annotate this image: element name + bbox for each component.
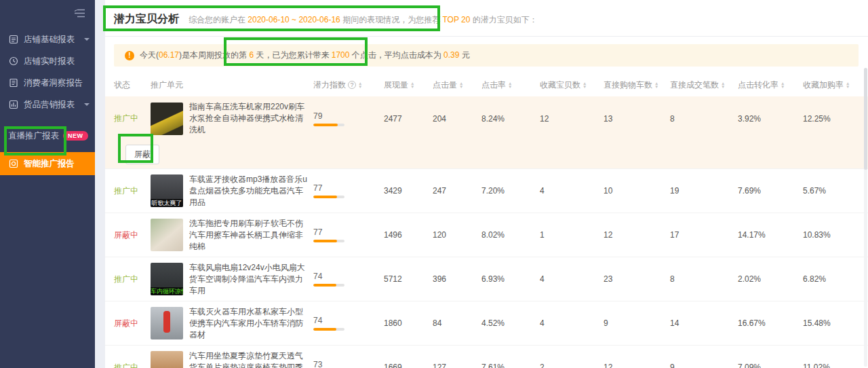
product-image[interactable]: 车内循环凉快 <box>151 263 183 295</box>
sidebar-item-label: 货品营销报表 <box>24 99 75 111</box>
column-header-carts[interactable]: 直接购物车数▲▼ <box>604 79 670 91</box>
cell-impressions: 3429 <box>384 186 433 196</box>
block-button[interactable]: 屏蔽 <box>125 145 159 164</box>
date-range: 2020-06-10 ~ 2020-06-16 <box>248 15 340 24</box>
sort-icon[interactable]: ▲▼ <box>846 81 850 88</box>
product-title[interactable]: 车载蓝牙接收器mp3播放器音乐u盘点烟器快充多功能充电器汽车用品 <box>189 174 310 208</box>
table-row: 屏蔽中 车载灭火器车用水基私家车小型便携车内汽车家用小车轿车消防器材 74 18… <box>105 301 868 346</box>
cell-orders: 8 <box>670 274 738 284</box>
sort-icon[interactable]: ▲▼ <box>358 81 362 88</box>
cell-impressions: 1860 <box>384 318 433 328</box>
cell-clicks: 204 <box>433 114 481 124</box>
product-image[interactable] <box>151 103 183 135</box>
column-header-orders[interactable]: 直接成交笔数▲▼ <box>670 79 738 91</box>
scrollbar-thumb[interactable] <box>864 68 867 170</box>
status-badge: 推广中 <box>114 113 138 123</box>
sort-icon[interactable]: ▲▼ <box>410 81 414 88</box>
cell-favorites: 4 <box>540 318 604 328</box>
sort-icon[interactable]: ▲▼ <box>721 81 725 88</box>
sort-icon[interactable]: ▲▼ <box>459 81 463 88</box>
table-row: 推广中 汽车用坐垫夏季凉垫竹夏天透气货车单片座垫凉席座椅车垫四季通用 73 16… <box>105 346 868 368</box>
clock-icon <box>9 56 18 66</box>
potential-index-value: 73 <box>313 360 384 368</box>
product-image[interactable]: 听歌太爽了 <box>151 174 183 207</box>
status-badge: 屏蔽中 <box>114 318 138 328</box>
new-badge: NEW <box>63 131 88 141</box>
sidebar-item-label: 店铺实时报表 <box>24 56 75 67</box>
potential-index-value: 74 <box>313 272 384 281</box>
column-header-potential-index[interactable]: 潜力指数▲▼ <box>313 79 384 91</box>
total-clicks: 1700 <box>332 50 350 60</box>
cell-fav-cart-rate: 5.67% <box>803 186 860 196</box>
cell-clicks: 84 <box>433 318 481 328</box>
help-icon[interactable] <box>348 81 356 89</box>
product-image[interactable] <box>151 219 183 251</box>
summary-notice-bar: ! 今天(06.17)是本周期投放的第 6 天，已为您累计带来 1700 个点击… <box>114 44 859 67</box>
chevron-down-icon <box>84 37 90 42</box>
potential-index-value: 79 <box>313 111 384 121</box>
sidebar-item-shop-realtime-report[interactable]: 店铺实时报表 <box>0 50 95 72</box>
cell-carts: 12 <box>604 363 670 368</box>
sidebar-item-goods-marketing-report[interactable]: 货品营销报表 <box>0 94 95 115</box>
column-header-unit: 推广单元 <box>151 79 313 91</box>
collapse-sidebar-icon[interactable] <box>0 0 95 23</box>
table-row: 推广中 车内循环凉快 车载风扇电扇12v24v小电风扇大货车空调制冷降温汽车车内… <box>105 257 868 301</box>
status-badge: 推广中 <box>114 274 138 284</box>
column-header-clicks[interactable]: 点击量▲▼ <box>433 79 481 91</box>
cell-impressions: 5712 <box>384 274 433 284</box>
status-badge: 推广中 <box>114 186 138 196</box>
potential-index-bar <box>313 240 344 242</box>
vertical-scrollbar[interactable] <box>864 68 867 367</box>
cell-cvr: 3.92% <box>738 114 803 124</box>
cell-cvr: 2.02% <box>738 274 803 284</box>
cell-carts: 13 <box>604 114 670 124</box>
product-image[interactable] <box>151 307 183 339</box>
cell-cvr: 7.09% <box>738 363 803 368</box>
column-header-fav-cart-rate[interactable]: 收藏加购率▲▼ <box>803 79 860 91</box>
cell-clicks: 120 <box>433 230 481 240</box>
sort-icon[interactable]: ▲▼ <box>654 81 658 88</box>
cell-ctr: 7.61% <box>481 363 540 368</box>
cell-carts: 23 <box>604 274 670 284</box>
table-header-row: 状态 推广单元 潜力指数▲▼ 展现量▲▼ 点击量▲▼ 点击率▲▼ 收藏宝贝数▲▼… <box>105 73 868 96</box>
table-row: 屏蔽中 洗车拖把专用刷车刷子软毛不伤汽车用擦车神器长柄工具伸缩非纯棉 77 14… <box>105 213 868 257</box>
cell-ctr: 8.24% <box>481 114 540 124</box>
page-description: 综合您的账户在 2020-06-10 ~ 2020-06-16 期间的表现情况，… <box>189 14 538 26</box>
desc-text: 的潜力宝贝如下： <box>470 15 537 24</box>
bar-chart-icon <box>9 100 18 109</box>
column-header-ctr[interactable]: 点击率▲▼ <box>481 79 540 91</box>
product-title[interactable]: 指南车高压洗车机家用220v刷车水泵抢全自动神器便携式水枪清洗机 <box>189 101 310 136</box>
sidebar-item-live-promotion-report[interactable]: 直播推广报表 NEW <box>0 125 95 147</box>
cell-clicks: 396 <box>433 274 481 284</box>
product-title[interactable]: 车载灭火器车用水基私家车小型便携车内汽车家用小车轿车消防器材 <box>189 306 310 341</box>
desc-text: 综合您的账户在 <box>189 15 248 24</box>
chevron-down-icon <box>84 102 90 107</box>
table-row: 推广中 指南车高压洗车机家用220v刷车水泵抢全自动神器便携式水枪清洗机 79 … <box>105 96 868 141</box>
potential-index-value: 74 <box>313 316 384 325</box>
sort-icon[interactable]: ▲▼ <box>508 81 512 88</box>
sort-icon[interactable]: ▲▼ <box>781 81 785 88</box>
cell-cvr: 14.17% <box>738 230 803 240</box>
main-panel: 潜力宝贝分析 综合您的账户在 2020-06-10 ~ 2020-06-16 期… <box>105 0 868 368</box>
product-title[interactable]: 车载风扇电扇12v24v小电风扇大货车空调制冷降温汽车车内强力车用 <box>189 262 310 297</box>
cell-carts: 10 <box>604 186 670 196</box>
cell-fav-cart-rate: 15.48% <box>803 318 860 328</box>
column-header-cvr[interactable]: 点击转化率▲▼ <box>738 79 803 91</box>
cell-favorites: 4 <box>540 274 604 284</box>
product-image[interactable] <box>151 351 183 368</box>
product-title[interactable]: 洗车拖把专用刷车刷子软毛不伤汽车用擦车神器长柄工具伸缩非纯棉 <box>189 218 310 253</box>
image-overlay-text: 车内循环凉快 <box>151 287 183 295</box>
cell-carts: 9 <box>604 318 670 328</box>
potential-index-bar <box>313 124 344 126</box>
sort-icon[interactable]: ▲▼ <box>583 81 587 88</box>
cell-fav-cart-rate: 10.83% <box>803 230 860 240</box>
sidebar-item-smart-promotion-report[interactable]: 智能推广报告 <box>0 152 95 175</box>
sidebar-item-shop-basic-report[interactable]: 店铺基础报表 <box>0 29 95 50</box>
desc-text: 期间的表现情况，为您推荐 <box>340 15 443 24</box>
sidebar-item-consumer-insight-report[interactable]: 消费者洞察报告 <box>0 72 95 94</box>
column-header-favorites[interactable]: 收藏宝贝数▲▼ <box>540 79 604 91</box>
cell-fav-cart-rate: 6.82% <box>803 274 860 284</box>
cell-favorites: 2 <box>540 363 604 368</box>
product-title[interactable]: 汽车用坐垫夏季凉垫竹夏天透气货车单片座垫凉席座椅车垫四季通用 <box>189 350 310 368</box>
column-header-impressions[interactable]: 展现量▲▼ <box>384 79 433 91</box>
